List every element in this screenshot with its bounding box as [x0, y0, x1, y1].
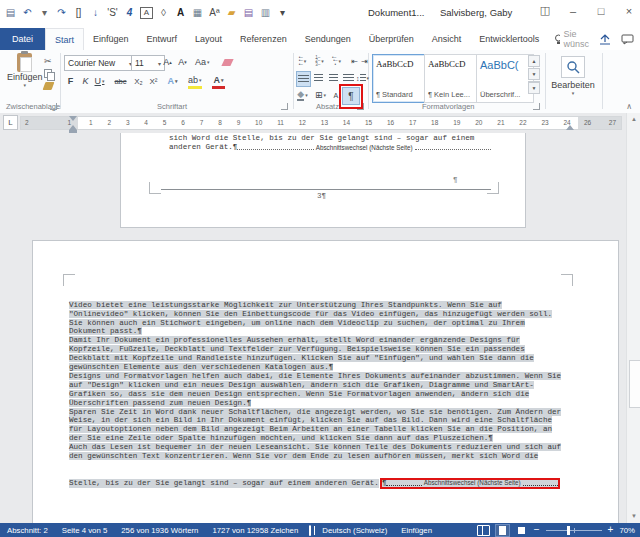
numbering-button[interactable]: 1– 2– 3–▾: [313, 54, 326, 68]
right-indent-marker[interactable]: [566, 125, 574, 130]
subscript-button[interactable]: X₂: [132, 74, 145, 88]
collapse-ribbon-icon[interactable]: ∧: [626, 102, 632, 111]
styles-scroll-down-icon[interactable]: ▼: [528, 68, 540, 80]
tab-stop-selector[interactable]: L: [3, 115, 18, 130]
italic-button[interactable]: K: [79, 74, 92, 88]
shading-button[interactable]: ◆▾: [296, 88, 309, 102]
increase-indent-button[interactable]: ⇥: [358, 54, 371, 68]
undo-dropdown-icon[interactable]: ▾: [38, 7, 51, 19]
vertical-scrollbar[interactable]: ▲ ▼: [626, 113, 640, 523]
tab-entwicklertools[interactable]: Entwicklertools: [470, 28, 548, 50]
zoom-slider-handle[interactable]: [567, 526, 570, 535]
grow-font-button[interactable]: A▴: [161, 55, 174, 69]
font-color-button[interactable]: A▾: [212, 74, 225, 89]
style-ueberschrift[interactable]: AaBbC( Überschrif...: [476, 54, 534, 103]
minimize-icon[interactable]: –: [566, 5, 580, 17]
share-icon[interactable]: [598, 33, 611, 45]
proofing-status-icon[interactable]: [305, 526, 315, 535]
save-as-purple-icon[interactable]: ▤: [242, 7, 255, 19]
ink-bucket-macro-icon[interactable]: ◊: [157, 7, 170, 19]
style-kein-leerraum[interactable]: AaBbCcD ¶ Kein Lee...: [424, 54, 482, 103]
down-arrow-macro-icon[interactable]: ↓: [89, 7, 102, 19]
undo-icon[interactable]: ↶: [21, 7, 34, 19]
tab-referenzen[interactable]: Referenzen: [231, 28, 296, 50]
cut-icon[interactable]: ✂: [44, 56, 54, 66]
paste-button[interactable]: Einfügen ▾: [7, 53, 43, 88]
italic-4-macro-icon[interactable]: 4: [123, 7, 136, 19]
quoted-s-macro-icon[interactable]: 'S': [106, 7, 119, 19]
zoom-out-button[interactable]: −: [534, 525, 540, 535]
editing-dropdown-icon[interactable]: ▾: [572, 90, 575, 96]
restore-icon[interactable]: □: [594, 5, 608, 17]
change-case-button[interactable]: Aa▾: [195, 55, 210, 69]
tab-datei[interactable]: Datei: [0, 28, 45, 50]
scroll-down-icon[interactable]: ▼: [627, 510, 640, 523]
document-area[interactable]: sich Word die Stelle, bis zu der Sie gel…: [0, 133, 626, 523]
paste-special-icon[interactable]: ▥: [259, 7, 272, 19]
print-layout-view-button[interactable]: [496, 525, 509, 536]
editing-button[interactable]: Bearbeiten ▾: [550, 56, 596, 96]
style-standard[interactable]: AaBbCcD ¶ Standard: [372, 54, 430, 103]
paste-dropdown-icon[interactable]: ▾: [24, 82, 27, 88]
status-char-count[interactable]: 1727 von 12958 Zeichen: [205, 526, 305, 535]
scrollbar-thumb[interactable]: [629, 360, 640, 408]
line-spacing-button[interactable]: ↕▾: [356, 71, 369, 85]
align-center-button[interactable]: [312, 71, 325, 85]
boxed-a-macro-icon[interactable]: A: [140, 7, 153, 19]
text-effects-button[interactable]: A▾: [166, 74, 179, 88]
font-name-combobox[interactable]: Courier New▾: [64, 55, 136, 71]
bold-button[interactable]: F: [64, 74, 77, 88]
status-page[interactable]: Seite 4 von 5: [55, 526, 115, 535]
styles-more-icon[interactable]: ▼: [528, 81, 540, 94]
comments-icon[interactable]: [621, 34, 634, 45]
qat-customize-icon[interactable]: ▾: [276, 7, 289, 19]
bracket-macro-icon[interactable]: []: [72, 7, 85, 19]
tab-ueberpruefen[interactable]: Überprüfen: [360, 28, 423, 50]
status-section[interactable]: Abschnitt: 2: [0, 526, 55, 535]
open-folder-icon[interactable]: ▰: [225, 7, 238, 19]
close-icon[interactable]: ×: [622, 5, 636, 17]
underline-button[interactable]: U▾: [93, 74, 106, 88]
superscript-a-macro-icon[interactable]: Aª: [208, 7, 221, 19]
status-insert-mode[interactable]: Einfügen: [394, 526, 439, 535]
web-layout-view-button[interactable]: [515, 525, 528, 536]
borders-button[interactable]: ⊞▾: [314, 88, 327, 102]
bold-a-macro-icon[interactable]: A: [174, 7, 187, 19]
read-mode-view-button[interactable]: [477, 525, 490, 536]
first-line-indent-marker[interactable]: [69, 116, 77, 121]
status-word-count[interactable]: 256 von 1936 Wörtern: [114, 526, 205, 535]
tell-me-box[interactable]: Sie wünsc: [548, 28, 598, 50]
justify-button[interactable]: [342, 71, 355, 85]
signed-in-user[interactable]: Salvisberg, Gaby: [440, 7, 512, 18]
ribbon-display-options-icon[interactable]: ◫: [538, 4, 552, 17]
tab-einfuegen[interactable]: Einfügen: [84, 28, 138, 50]
save-icon[interactable]: ▤: [4, 7, 17, 19]
tab-sendungen[interactable]: Sendungen: [296, 28, 360, 50]
clear-formatting-button[interactable]: [221, 55, 234, 69]
zoom-in-button[interactable]: +: [608, 525, 614, 535]
tab-ansicht[interactable]: Ansicht: [423, 28, 471, 50]
text-highlight-button[interactable]: ab▾: [188, 74, 202, 89]
page-2[interactable]: Video bietet eine leistungsstarke Möglic…: [32, 240, 619, 523]
page-1[interactable]: sich Word die Stelle, bis zu der Sie gel…: [120, 133, 526, 228]
format-painter-icon[interactable]: [43, 82, 55, 90]
styles-dialog-launcher[interactable]: [533, 103, 540, 110]
font-size-combobox[interactable]: 11▾: [131, 55, 165, 71]
redo-icon[interactable]: ↷: [55, 7, 68, 19]
table-macro-icon[interactable]: ▦: [191, 7, 204, 19]
copy-icon[interactable]: [44, 69, 54, 79]
scroll-up-icon[interactable]: ▲: [627, 113, 640, 126]
align-right-button[interactable]: [327, 71, 340, 85]
paragraph-dialog-launcher[interactable]: [357, 103, 364, 110]
status-language[interactable]: Deutsch (Schweiz): [315, 526, 394, 535]
styles-scroll-up-icon[interactable]: ▲: [528, 55, 540, 67]
strikethrough-button[interactable]: abc: [114, 74, 127, 88]
align-left-button[interactable]: [296, 71, 311, 87]
underline-dropdown-icon[interactable]: ▾: [102, 78, 105, 84]
tab-layout[interactable]: Layout: [186, 28, 231, 50]
font-dialog-launcher[interactable]: [281, 103, 288, 110]
superscript-button[interactable]: X²: [147, 74, 160, 88]
tab-start[interactable]: Start: [45, 28, 84, 50]
zoom-level[interactable]: 70%: [619, 526, 635, 535]
bullets-button[interactable]: •– •– •–▾: [296, 54, 309, 68]
